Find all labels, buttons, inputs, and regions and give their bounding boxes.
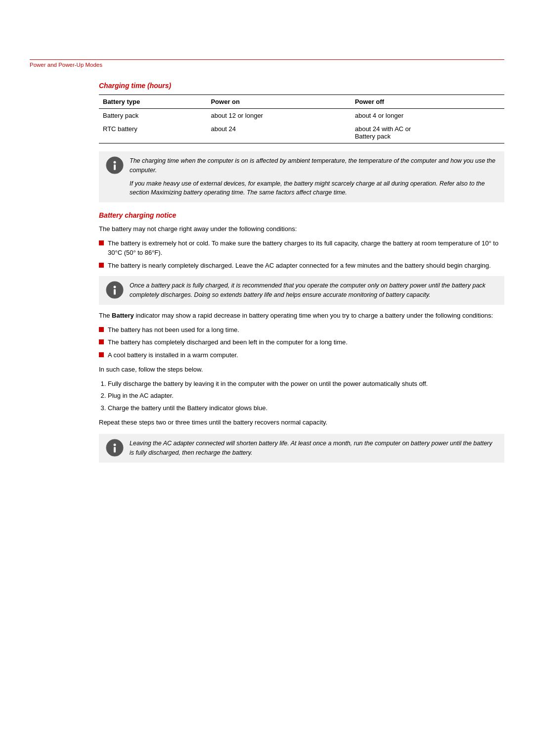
- list-item-text: A cool battery is installed in a warm co…: [108, 350, 238, 360]
- info-icon-2: [106, 281, 124, 299]
- svg-point-14: [117, 454, 119, 456]
- page: Power and Power-Up Modes Charging time (…: [0, 59, 534, 756]
- bullet-icon: [99, 352, 104, 357]
- svg-rect-12: [114, 447, 116, 453]
- charging-time-table: Battery type Power on Power off Battery …: [99, 94, 504, 143]
- svg-point-9: [117, 296, 119, 298]
- table-row: Battery pack about 12 or longer about 4 …: [99, 109, 504, 123]
- step-3-text: Charge the battery until the Battery ind…: [108, 404, 267, 412]
- table-row: RTC battery about 24 about 24 with AC or…: [99, 122, 504, 143]
- cell-battery-pack: Battery pack: [99, 109, 207, 123]
- svg-point-8: [111, 296, 113, 298]
- battery-charging-bullets: The battery is extremely hot or cold. To…: [99, 238, 504, 271]
- step-1-text: Fully discharge the battery by leaving i…: [108, 380, 428, 387]
- list-item: The battery is extremely hot or cold. To…: [99, 238, 504, 258]
- note-1-para-2: If you make heavy use of external device…: [130, 179, 497, 198]
- svg-point-11: [114, 444, 116, 446]
- section-label: Power and Power-Up Modes: [30, 60, 504, 73]
- table-header-row: Battery type Power on Power off: [99, 95, 504, 109]
- step-2-text: Plug in the AC adapter.: [108, 392, 174, 399]
- bullet-icon: [99, 240, 104, 245]
- list-item: Plug in the AC adapter.: [108, 391, 504, 401]
- list-item: Fully discharge the battery by leaving i…: [108, 379, 504, 389]
- note-1-text: The charging time when the computer is o…: [130, 156, 497, 197]
- list-item-text: The battery is extremely hot or cold. To…: [108, 238, 504, 258]
- list-item: The battery is nearly completely dischar…: [99, 261, 504, 271]
- svg-rect-2: [114, 165, 116, 170]
- cell-rtc-power-off: about 24 with AC orBattery pack: [351, 122, 504, 143]
- battery-indicator-bullets: The battery has not been used for a long…: [99, 325, 504, 360]
- bullet-icon: [99, 339, 104, 344]
- battery-indicator-bold: Battery: [112, 312, 134, 319]
- list-item: The battery has completely discharged an…: [99, 337, 504, 347]
- list-item-text: The battery is nearly completely dischar…: [108, 261, 491, 271]
- note-box-3: Leaving the AC adapter connected will sh…: [99, 434, 504, 463]
- note-box-1: The charging time when the computer is o…: [99, 151, 504, 202]
- battery-indicator-before: The: [99, 312, 112, 319]
- list-item: A cool battery is installed in a warm co…: [99, 350, 504, 360]
- repeat-text: Repeat these steps two or three times un…: [99, 418, 504, 428]
- svg-point-13: [111, 454, 113, 456]
- note-box-2: Once a battery pack is fully charged, it…: [99, 276, 504, 305]
- charging-time-table-container: Battery type Power on Power off Battery …: [99, 94, 504, 143]
- list-item: Charge the battery until the Battery ind…: [108, 403, 504, 413]
- note-3-text: Leaving the AC adapter connected will sh…: [130, 439, 497, 458]
- svg-point-3: [111, 171, 113, 173]
- list-item-text: The battery has not been used for a long…: [108, 325, 239, 335]
- battery-charging-notice-title: Battery charging notice: [99, 211, 504, 219]
- list-item-text: The battery has completely discharged an…: [108, 337, 348, 347]
- steps-list: Fully discharge the battery by leaving i…: [108, 379, 504, 413]
- col-battery-type: Battery type: [99, 95, 207, 109]
- cell-battery-pack-power-off: about 4 or longer: [351, 109, 504, 123]
- svg-point-6: [114, 286, 116, 288]
- cell-rtc-power-on: about 24: [207, 122, 351, 143]
- cell-battery-pack-power-on: about 12 or longer: [207, 109, 351, 123]
- note-2-text: Once a battery pack is fully charged, it…: [130, 281, 497, 300]
- cell-rtc-battery: RTC battery: [99, 122, 207, 143]
- col-power-off: Power off: [351, 95, 504, 109]
- bullet-icon: [99, 327, 104, 332]
- note-1-para-1: The charging time when the computer is o…: [130, 156, 497, 175]
- info-icon-1: [106, 156, 124, 174]
- bullet-icon: [99, 263, 104, 268]
- content-area: Charging time (hours) Battery type Power…: [99, 82, 504, 463]
- battery-charging-intro: The battery may not charge right away un…: [99, 224, 504, 235]
- info-icon-3: [106, 439, 124, 457]
- list-item: The battery has not been used for a long…: [99, 325, 504, 335]
- charging-time-title: Charging time (hours): [99, 82, 504, 90]
- battery-indicator-after: indicator may show a rapid decrease in b…: [134, 312, 493, 319]
- svg-point-1: [114, 161, 116, 164]
- col-power-on: Power on: [207, 95, 351, 109]
- svg-rect-7: [114, 289, 116, 295]
- svg-point-4: [117, 171, 119, 173]
- battery-indicator-text: The Battery indicator may show a rapid d…: [99, 311, 504, 321]
- in-such-case-text: In such case, follow the steps below.: [99, 365, 504, 375]
